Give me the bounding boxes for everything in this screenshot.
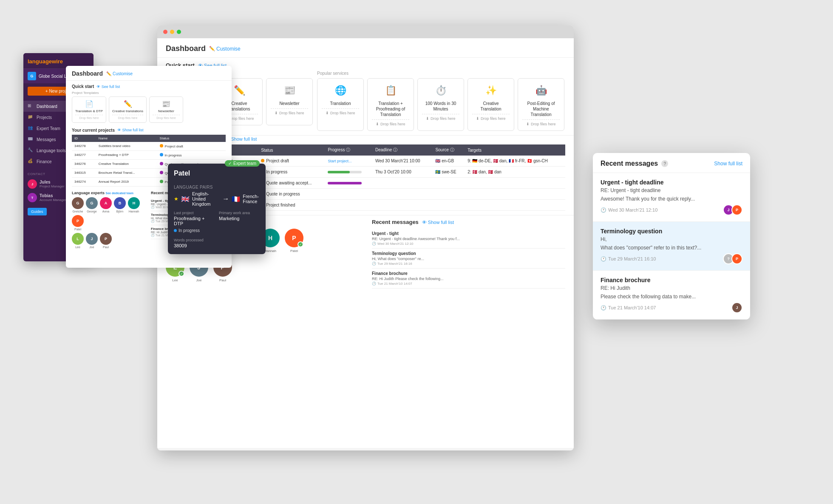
service-creative-translation[interactable]: ✨ Creative Translation ⬇ Drop files here [468,78,514,131]
check-icon: ✓ [228,161,232,166]
words-processed-value: 38009 [174,243,215,248]
expert-avatar: B [114,197,126,209]
proofreading-icon: 📋 [383,83,398,98]
service-post-editing[interactable]: 🤖 Post-Editing of Machine Translation ⬇ … [518,78,564,131]
message-popup-card-2[interactable]: Terminology question Hi, What does "comp… [593,222,750,271]
service-translation[interactable]: 🌐 Translation ⬇ Drop files here [317,78,364,131]
tooltip-lang-from: English-United Kingdom [192,191,220,207]
service-100-words[interactable]: ⏱️ 100 Words in 30 Minutes ⬇ Drop files … [417,78,464,131]
popup-msg2-line1: Hi, [601,236,742,242]
progress-fill [328,171,350,173]
inner-expert-joe[interactable]: J Joe [86,233,98,249]
flag-uk: 🇬🇧 [181,195,190,203]
inner-template-newsletter[interactable]: 📰 Newsletter Drop files here [149,96,183,123]
clock-icon-popup1: 🕐 [601,207,606,213]
message-popup-card-3[interactable]: Finance brochure RE: Hi Judith Please ch… [593,271,750,320]
inner-dash-header: Dashboard ✏️ Customise [66,66,232,81]
browser-chrome [157,25,574,38]
inner-customise-link[interactable]: ✏️ Customise [106,71,133,76]
popular-services-section: Popular services 🌐 Translation ⬇ Drop fi… [317,71,565,131]
inner-expert-lee[interactable]: L Lee [72,233,84,249]
words-processed-label: Words processed [174,238,215,242]
clock-icon-popup2: 🕐 [601,256,606,262]
inner-projects-full-list[interactable]: 👁 Show full list [117,128,144,132]
clock-icon-3: 🕐 [372,282,376,286]
inner-template-creative[interactable]: ✏️ Creative translations Drop files here [109,96,147,123]
messages-show-full[interactable]: 👁 Show full list [422,220,454,225]
star-icon: ★ [174,196,178,202]
th-status: Status [258,144,324,156]
inner-project-templates-label: Project Templates [72,91,226,95]
minimize-button[interactable] [170,30,174,34]
clock-icon-popup3: 🕐 [601,305,606,311]
primary-work-area-value: Marketing [219,216,260,221]
popup-msg3-avatars: J [731,302,742,313]
inner-expert-patel[interactable]: P Patel [72,215,84,231]
expert-avatar: G [86,197,98,209]
popup-msg2-subject: Terminology question [601,228,742,235]
inner-see-dedicated[interactable]: See dedicated team [106,192,133,195]
col-id: ID [72,135,96,142]
message-popup-card-1[interactable]: Urgent - tight deadline RE: Urgent - tig… [593,173,750,222]
expert-avatar: A [100,197,112,209]
inner-expert-gretche[interactable]: G Gretche [72,197,84,213]
show-full-list-button[interactable]: Show full list [714,161,742,167]
progress-fill [328,182,362,184]
inner-dash-title: Dashboard [72,70,103,77]
messages-popup-title: Recent messages [601,160,658,167]
expert-avatar: L [72,233,84,245]
100-words-icon: ⏱️ [433,83,448,98]
last-project-status: In progress [174,228,200,233]
table-row[interactable]: 346277 Proofreading + DTP In progress [72,150,226,159]
inner-experts-title: Language experts See dedicated team [72,191,147,195]
popular-service-cards: 🌐 Translation ⬇ Drop files here 📋 Transl… [317,78,565,131]
projects-icon: 📁 [28,114,34,120]
post-editing-icon: 🤖 [533,83,549,98]
tooltip-lang-pairs: ★ 🇬🇧 English-United Kingdom → 🇫🇷 French-… [174,191,260,207]
popup-msg3-time: 🕐 Tue 21 March'10 14:07 [601,305,656,311]
avatar-5: J [731,302,742,313]
inner-see-full-list[interactable]: 👁 See full list [96,85,120,89]
tooltip-lang-to: French-France [243,194,260,204]
service-translation-proofreading[interactable]: 📋 Translation + Proofreading of Translat… [367,78,414,131]
popup-msg2-time: 🕐 Tue 29 March'21 16:10 [601,256,656,262]
tobias-avatar: T [28,193,37,202]
col-name: Name [96,135,157,142]
table-row[interactable]: 346278 Subtitles brand video Project dra… [72,142,226,151]
main-recent-messages: Recent messages 👁 Show full list Urgent … [372,219,565,289]
messages-popup: Recent messages ? Show full list Urgent … [593,153,750,320]
th-deadline: Deadline ⓘ [372,144,432,156]
inner-expert-bjorn[interactable]: B Björn [114,197,126,213]
guides-button[interactable]: Guides [28,208,47,215]
logo-bold: wire [52,58,63,65]
inner-template-translation-dtp[interactable]: 📄 Translation & DTP Drop files here [72,96,106,123]
client-icon: G [28,72,36,80]
expert-avatar: P [100,233,112,245]
maximize-button[interactable] [177,30,181,34]
expert-avatar: P [72,215,84,227]
inner-expert-hannah[interactable]: H Hannah [128,197,140,213]
avatar-4: P [731,253,742,264]
template-newsletter[interactable]: 📰 Newsletter ⬇ Drop files here [266,78,313,125]
last-project-name: Proofreading + DTP [174,216,215,226]
inner-expert-anna[interactable]: A Anna [100,197,112,213]
verified-check-lee: ✓ [178,271,184,277]
inner-expert-george[interactable]: G George [86,197,98,213]
popup-msg3-subject: Finance brochure [601,277,742,283]
avatar-2: P [731,204,742,215]
popup-msg1-line2: Awesome! Thank you for the quick reply..… [601,196,742,202]
popup-msg1-avatars: J P [723,204,742,215]
expert-patel-main[interactable]: P ✓ Patel [285,229,303,253]
customise-link[interactable]: ✏️ Customise [209,46,241,52]
expert-avatar: G [72,197,84,209]
message-item-1[interactable]: Urgent - tight RE: Urgent - tight deadli… [372,229,565,249]
message-item-3[interactable]: Finance brochure RE: Hi Judith Please ch… [372,269,565,289]
page-title: Dashboard [166,44,206,53]
inner-expert-paul[interactable]: P Paul [100,233,112,249]
messages-panel-title: Recent messages [372,219,419,225]
close-button[interactable] [163,30,167,34]
last-project-label: Last project [174,211,215,215]
message-item-2[interactable]: Terminology question Hi, What does "comp… [372,249,565,269]
popup-msg2-line2: What does "composer" refer to in this te… [601,245,742,251]
language-tools-icon: 🔧 [28,147,34,153]
